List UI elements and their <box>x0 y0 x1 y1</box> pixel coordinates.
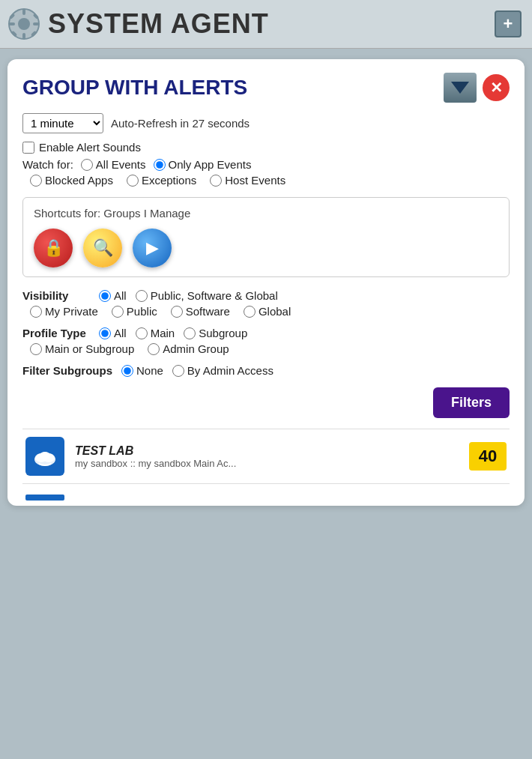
visibility-all-radio[interactable] <box>99 290 111 302</box>
watch-blocked-apps[interactable]: Blocked Apps <box>30 174 113 187</box>
visibility-software[interactable]: Software <box>171 305 230 318</box>
svg-rect-5 <box>33 22 39 25</box>
svg-point-1 <box>18 18 30 30</box>
result-icon <box>25 437 64 476</box>
watch-sub-row: Blocked Apps Exceptions Host Events <box>30 174 510 187</box>
play-shortcut-button[interactable]: ▶ <box>133 229 172 267</box>
profile-main-sub-radio[interactable] <box>30 343 42 355</box>
watch-exceptions-label: Exceptions <box>142 174 196 187</box>
watch-host-events[interactable]: Host Events <box>210 174 285 187</box>
watch-all-label: All Events <box>96 158 146 171</box>
filter-sub-none-radio[interactable] <box>121 365 133 377</box>
visibility-psg-label: Public, Software & Global <box>151 289 278 302</box>
watch-host-label: Host Events <box>225 174 285 187</box>
watch-all-events[interactable]: All Events <box>81 158 146 171</box>
profile-sub-row: Main or Subgroup Admin Group <box>30 342 510 355</box>
svg-rect-4 <box>9 22 15 25</box>
profile-main[interactable]: Main <box>136 327 175 339</box>
profile-admin-radio[interactable] <box>148 343 160 355</box>
filter-sub-by-admin[interactable]: By Admin Access <box>172 364 273 377</box>
visibility-global-radio[interactable] <box>244 306 256 318</box>
shortcuts-icons: 🔒 🔍 ▶ <box>34 229 498 267</box>
profile-main-or-subgroup[interactable]: Main or Subgroup <box>30 342 134 355</box>
enable-sounds-row: Enable Alert Sounds <box>22 141 510 154</box>
result-text: TEST LAB my sandbox :: my sandbox Main A… <box>75 444 459 469</box>
watch-app-label: Only App Events <box>169 158 252 171</box>
watch-label: Watch for: <box>22 158 73 171</box>
add-button[interactable]: + <box>495 10 522 37</box>
visibility-private-radio[interactable] <box>30 306 42 318</box>
result-count: 40 <box>469 442 507 471</box>
profile-type-label: Profile Type <box>22 327 90 339</box>
profile-main-sub-label: Main or Subgroup <box>45 342 134 355</box>
app-header: SYSTEM AGENT + <box>0 0 532 49</box>
visibility-public-label: Public <box>127 305 157 318</box>
watch-app-radio[interactable] <box>154 159 166 171</box>
visibility-all[interactable]: All <box>99 289 127 302</box>
play-icon: ▶ <box>146 238 159 258</box>
profile-all[interactable]: All <box>99 327 127 339</box>
visibility-public-sw-global[interactable]: Public, Software & Global <box>136 289 278 302</box>
visibility-software-label: Software <box>186 305 230 318</box>
profile-admin-label: Admin Group <box>163 342 229 355</box>
visibility-sub-row: My Private Public Software Global <box>30 305 510 318</box>
search-icon: 🔍 <box>93 238 113 258</box>
profile-subgroup[interactable]: Subgroup <box>184 327 247 339</box>
filter-sub-none[interactable]: None <box>121 364 163 377</box>
profile-subgroup-label: Subgroup <box>199 327 247 339</box>
partial-bar <box>25 495 64 501</box>
svg-rect-2 <box>22 9 25 15</box>
header-left: SYSTEM AGENT <box>7 7 269 40</box>
watch-all-radio[interactable] <box>81 159 93 171</box>
visibility-global[interactable]: Global <box>244 305 291 318</box>
filters-button[interactable]: Filters <box>433 387 510 418</box>
profile-all-radio[interactable] <box>99 327 111 339</box>
visibility-public[interactable]: Public <box>112 305 157 318</box>
filter-toggle-button[interactable] <box>444 73 477 103</box>
watch-exceptions-radio[interactable] <box>127 175 139 187</box>
visibility-all-label: All <box>114 289 127 302</box>
profile-all-label: All <box>114 327 127 339</box>
refresh-countdown: Auto-Refresh in 27 seconds <box>111 117 250 130</box>
filter-subgroups-row: Filter Subgroups None By Admin Access <box>22 364 510 377</box>
shortcuts-title: Shortcuts for: Groups I Manage <box>34 207 498 220</box>
result-item[interactable]: TEST LAB my sandbox :: my sandbox Main A… <box>22 429 510 483</box>
refresh-row: 1 minute 5 minutes 10 minutes 30 minutes… <box>22 113 510 133</box>
card-title: GROUP WITH ALERTS <box>22 76 247 100</box>
profile-subgroup-radio[interactable] <box>184 327 196 339</box>
card-header-buttons: ✕ <box>444 73 510 103</box>
filters-button-row: Filters <box>22 387 510 418</box>
triangle-icon <box>451 82 469 94</box>
lock-icon: 🔒 <box>43 238 64 258</box>
lock-shortcut-button[interactable]: 🔒 <box>34 229 73 267</box>
filter-subgroups-label: Filter Subgroups <box>22 364 112 377</box>
visibility-public-radio[interactable] <box>112 306 124 318</box>
filter-sub-admin-radio[interactable] <box>172 365 184 377</box>
card-header: GROUP WITH ALERTS ✕ <box>22 73 510 103</box>
enable-sounds-checkbox[interactable] <box>22 142 34 154</box>
visibility-psg-radio[interactable] <box>136 290 148 302</box>
watch-exceptions[interactable]: Exceptions <box>127 174 196 187</box>
svg-rect-3 <box>22 33 25 39</box>
profile-main-radio[interactable] <box>136 327 148 339</box>
watch-blocked-radio[interactable] <box>30 175 42 187</box>
cloud-icon <box>31 443 58 470</box>
result-name: TEST LAB <box>75 444 459 458</box>
close-button[interactable]: ✕ <box>483 74 510 101</box>
gear-icon <box>7 7 40 40</box>
main-card: GROUP WITH ALERTS ✕ 1 minute 5 minutes 1… <box>7 59 525 506</box>
result-desc: my sandbox :: my sandbox Main Ac... <box>75 458 459 469</box>
watch-blocked-label: Blocked Apps <box>45 174 113 187</box>
visibility-software-radio[interactable] <box>171 306 183 318</box>
profile-admin-group[interactable]: Admin Group <box>148 342 229 355</box>
refresh-select[interactable]: 1 minute 5 minutes 10 minutes 30 minutes <box>22 113 103 133</box>
visibility-label: Visibility <box>22 289 90 302</box>
visibility-my-private[interactable]: My Private <box>30 305 98 318</box>
enable-sounds-label[interactable]: Enable Alert Sounds <box>39 141 141 154</box>
search-shortcut-button[interactable]: 🔍 <box>83 229 122 267</box>
watch-app-events[interactable]: Only App Events <box>154 158 252 171</box>
app-title: SYSTEM AGENT <box>48 8 269 40</box>
watch-host-radio[interactable] <box>210 175 222 187</box>
visibility-row: Visibility All Public, Software & Global <box>22 289 510 302</box>
shortcuts-box: Shortcuts for: Groups I Manage 🔒 🔍 ▶ <box>22 197 510 277</box>
